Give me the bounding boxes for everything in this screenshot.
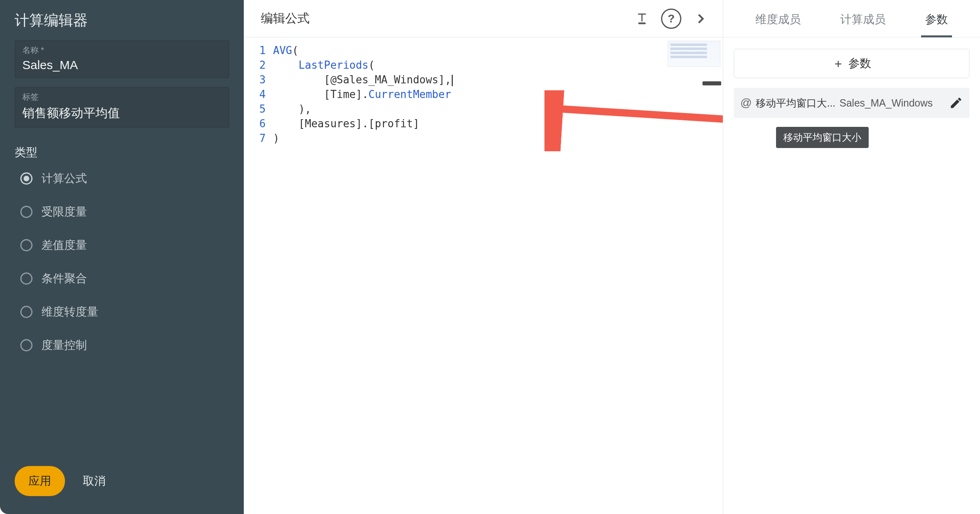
- type-section-label: 类型: [15, 145, 229, 160]
- gutter-line: 5: [244, 102, 273, 116]
- radio-circle-icon: [20, 172, 33, 185]
- radio-circle-icon: [20, 306, 33, 318]
- gutter-line: 1: [244, 43, 273, 58]
- apply-button[interactable]: 应用: [15, 466, 65, 496]
- radio-label: 计算公式: [41, 171, 87, 186]
- radio-circle-icon: [20, 339, 33, 351]
- gutter-line: 6: [244, 116, 273, 131]
- edit-icon[interactable]: [949, 96, 963, 110]
- parameter-row[interactable]: @ 移动平均窗口大... Sales_MA_Windows: [734, 88, 969, 118]
- type-radio-2[interactable]: 差值度量: [20, 237, 229, 253]
- cancel-button[interactable]: 取消: [83, 473, 106, 489]
- line-gutter: 1234567: [244, 37, 273, 514]
- radio-circle-icon: [20, 239, 33, 251]
- parameter-tooltip: 移动平均窗口大小: [776, 127, 869, 148]
- right-panel: 维度成员计算成员参数 ＋ 参数 @ 移动平均窗口大... Sales_MA_Wi…: [723, 0, 980, 514]
- name-field[interactable]: 名称 * Sales_MA: [15, 40, 229, 78]
- at-icon: @: [740, 96, 752, 109]
- right-body: ＋ 参数 @ 移动平均窗口大... Sales_MA_Windows 移动平均窗…: [723, 37, 980, 129]
- type-radio-4[interactable]: 维度转度量: [20, 304, 229, 320]
- radio-circle-icon: [20, 272, 33, 285]
- plus-icon: ＋: [832, 55, 844, 72]
- gutter-line: 3: [244, 72, 273, 87]
- code-line[interactable]: AVG(: [273, 43, 723, 58]
- code-line[interactable]: LastPeriods(: [273, 58, 723, 72]
- code-area[interactable]: AVG( LastPeriods( [@Sales_MA_Windows], […: [273, 37, 723, 514]
- sidebar: 计算编辑器 名称 * Sales_MA 标签 销售额移动平均值 类型 计算公式受…: [0, 0, 244, 514]
- code-editor[interactable]: 1234567 AVG( LastPeriods( [@Sales_MA_Win…: [244, 37, 723, 514]
- editor-header-title: 编辑公式: [261, 10, 623, 27]
- tab-0[interactable]: 维度成员: [751, 12, 805, 37]
- radio-circle-icon: [20, 206, 33, 218]
- add-parameter-label: 参数: [848, 56, 871, 71]
- name-label: 名称 *: [22, 45, 221, 56]
- minimap[interactable]: [668, 41, 720, 67]
- gutter-line: 2: [244, 58, 273, 72]
- format-icon[interactable]: [632, 9, 652, 29]
- editor-header: 编辑公式 ?: [244, 0, 723, 37]
- type-radio-group: 计算公式受限度量差值度量条件聚合维度转度量度量控制: [15, 171, 229, 353]
- code-line[interactable]: ),: [273, 102, 723, 116]
- tab-2[interactable]: 参数: [921, 12, 952, 37]
- type-radio-5[interactable]: 度量控制: [20, 338, 229, 353]
- name-value[interactable]: Sales_MA: [22, 58, 221, 72]
- gutter-line: 7: [244, 131, 273, 146]
- collapse-handle[interactable]: [702, 81, 721, 85]
- type-radio-3[interactable]: 条件聚合: [20, 271, 229, 286]
- gutter-line: 4: [244, 87, 273, 102]
- tab-1[interactable]: 计算成员: [836, 12, 890, 37]
- sidebar-title: 计算编辑器: [15, 11, 229, 30]
- code-line[interactable]: [Time].CurrentMember: [273, 87, 723, 102]
- chevron-right-icon[interactable]: [690, 9, 711, 29]
- parameter-label: 移动平均窗口大...: [756, 96, 835, 110]
- radio-label: 条件聚合: [41, 271, 87, 286]
- code-line[interactable]: ): [273, 131, 723, 146]
- tag-field[interactable]: 标签 销售额移动平均值: [15, 87, 229, 128]
- editor-panel: 编辑公式 ? 1234567 AVG( LastPeriods( [@Sales…: [244, 0, 723, 514]
- parameter-name: Sales_MA_Windows: [839, 97, 945, 109]
- code-line[interactable]: [Measures].[profit]: [273, 116, 723, 131]
- help-icon[interactable]: ?: [661, 9, 681, 29]
- code-line[interactable]: [@Sales_MA_Windows],: [273, 72, 723, 87]
- add-parameter-button[interactable]: ＋ 参数: [734, 49, 969, 78]
- radio-label: 受限度量: [41, 204, 87, 220]
- tag-value[interactable]: 销售额移动平均值: [22, 105, 221, 122]
- type-radio-0[interactable]: 计算公式: [20, 171, 229, 186]
- radio-label: 度量控制: [41, 338, 87, 353]
- radio-label: 维度转度量: [41, 304, 98, 320]
- radio-label: 差值度量: [41, 237, 87, 253]
- right-tabs: 维度成员计算成员参数: [723, 0, 980, 37]
- tag-label: 标签: [22, 91, 221, 102]
- type-radio-1[interactable]: 受限度量: [20, 204, 229, 220]
